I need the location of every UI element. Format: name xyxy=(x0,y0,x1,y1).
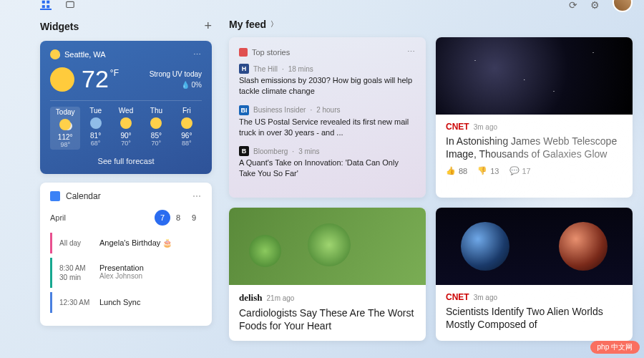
calendar-month: April xyxy=(50,213,66,222)
widgets-title: Widgets xyxy=(40,21,79,32)
see-forecast-link[interactable]: See full forecast xyxy=(50,157,202,165)
svg-rect-4 xyxy=(67,1,74,7)
source-brand: delish xyxy=(239,292,263,303)
forecast-day[interactable]: Thu85°70° xyxy=(141,107,171,150)
svg-rect-0 xyxy=(42,1,45,4)
weather-menu-icon[interactable]: ⋯ xyxy=(193,50,202,59)
svg-rect-3 xyxy=(47,5,49,8)
calendar-menu-icon[interactable]: ⋯ xyxy=(192,191,202,201)
chevron-right-icon: 〉 xyxy=(270,19,278,29)
card-title: Cardiologists Say These Are The Worst Fo… xyxy=(239,306,416,332)
svg-rect-2 xyxy=(42,5,45,8)
weather-widget[interactable]: Seattle, WA ⋯ 72°F Strong UV today 💧 0% … xyxy=(40,41,212,174)
calendar-event[interactable]: 8:30 AM30 minPresentationAlex Johnson xyxy=(50,258,202,288)
forecast-icon xyxy=(90,117,102,129)
card-image xyxy=(229,208,426,285)
forecast-day[interactable]: Fri96°88° xyxy=(172,107,202,150)
story-headline: Slash emissions by 2030? How big goals w… xyxy=(239,75,416,97)
feed-title[interactable]: My feed 〉 xyxy=(229,19,278,30)
calendar-day[interactable]: 9 xyxy=(186,210,202,226)
source-icon: BI xyxy=(239,105,249,115)
story-menu-icon[interactable]: ⋯ xyxy=(407,47,416,57)
topstories-label: Top stories xyxy=(252,48,290,57)
forecast-day[interactable]: Wed90°70° xyxy=(111,107,141,150)
forecast-row: Today112°98° Tue81°68° Wed90°70° Thu85°7… xyxy=(50,100,202,150)
forecast-icon xyxy=(181,117,192,129)
forecast-icon xyxy=(120,117,132,129)
source-brand: CNET xyxy=(446,292,469,302)
news-story[interactable]: BBloomberg · 3 mins A Quant's Take on In… xyxy=(239,146,416,179)
card-image xyxy=(436,37,633,115)
forecast-day[interactable]: Today112°98° xyxy=(50,107,80,150)
forecast-icon xyxy=(150,117,162,129)
source-icon: H xyxy=(239,64,249,74)
calendar-day[interactable]: 8 xyxy=(170,210,186,226)
news-story[interactable]: HThe Hill · 18 mins Slash emissions by 2… xyxy=(239,64,416,97)
source-icon: B xyxy=(239,146,249,156)
settings-icon[interactable]: ⚙ xyxy=(590,0,600,11)
current-condition-icon xyxy=(50,67,74,92)
calendar-event[interactable]: 12:30 AMLunch Sync xyxy=(50,292,202,313)
calendar-event[interactable]: All dayAngela's Birthday 🎂 xyxy=(50,233,202,253)
current-temp: 72 xyxy=(82,65,109,93)
topstories-icon xyxy=(239,48,248,57)
temp-unit: °F xyxy=(110,68,119,78)
avatar[interactable] xyxy=(613,0,633,12)
refresh-icon[interactable]: ⟳ xyxy=(569,0,577,11)
weather-icon xyxy=(50,49,60,59)
top-stories-card[interactable]: Top stories⋯ HThe Hill · 18 mins Slash e… xyxy=(229,37,426,198)
svg-rect-1 xyxy=(47,1,49,4)
forecast-day[interactable]: Tue81°68° xyxy=(80,107,110,150)
tab-secondary-icon[interactable] xyxy=(64,0,76,10)
calendar-day[interactable]: 7 xyxy=(155,210,170,226)
story-headline: A Quant's Take on Innovation: 'Data Can … xyxy=(239,158,416,179)
weather-location: Seattle, WA xyxy=(64,50,106,59)
card-image xyxy=(436,208,633,285)
tab-home-icon[interactable] xyxy=(40,0,52,10)
uv-text: Strong UV today xyxy=(150,69,202,79)
watermark: php 中文网 xyxy=(590,341,640,354)
calendar-icon xyxy=(50,191,60,201)
add-widget-button[interactable]: + xyxy=(204,19,212,34)
calendar-widget[interactable]: Calendar ⋯ April 7 8 9 All dayAngela's B… xyxy=(40,183,212,326)
calendar-title: Calendar xyxy=(66,191,101,201)
news-card[interactable]: CNET3m ago Scientists Identify Two Alien… xyxy=(436,208,633,341)
precip-text: 0% xyxy=(192,81,202,89)
story-headline: The US Postal Service revealed its first… xyxy=(239,117,416,138)
forecast-icon xyxy=(59,119,71,130)
news-card[interactable]: delish21m ago Cardiologists Say These Ar… xyxy=(229,208,426,341)
news-story[interactable]: BIBusiness Insider · 2 hours The US Post… xyxy=(239,105,416,138)
